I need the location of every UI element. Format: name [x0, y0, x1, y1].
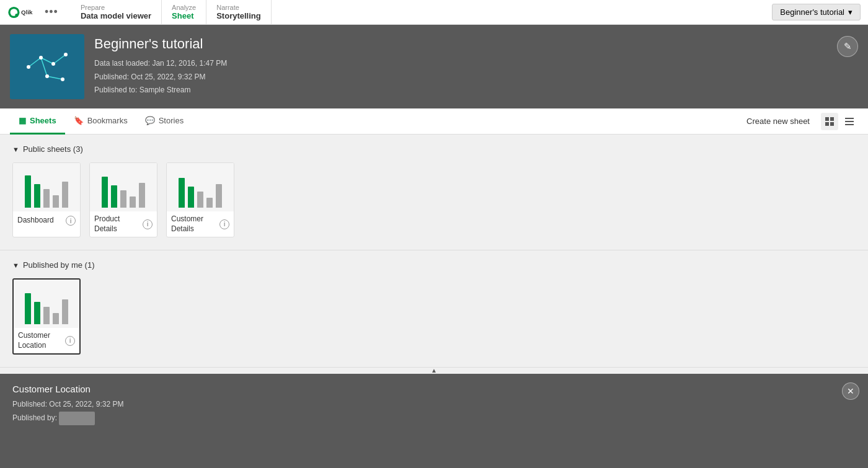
tooltip-close-button[interactable]: ✕ — [842, 382, 859, 400]
svg-rect-20 — [845, 121, 854, 122]
sheet-card-customer-details[interactable]: Customer Details i — [166, 162, 234, 237]
sheet-footer-product-details: Product Details i — [90, 211, 157, 237]
list-view-button[interactable] — [841, 113, 858, 130]
app-info: Beginner's tutorial Data last loaded: Ja… — [94, 36, 227, 97]
sheet-footer-dashboard: Dashboard i — [13, 211, 80, 230]
published-by-me-section: ▼ Published by me (1) Customer Location … — [0, 250, 868, 368]
customer-location-info-icon[interactable]: i — [65, 336, 75, 346]
svg-point-10 — [39, 56, 43, 60]
more-dots[interactable]: ••• — [45, 6, 58, 19]
tutorial-button[interactable]: Beginner's tutorial ▾ — [772, 4, 861, 20]
published-by-me-grid: Customer Location i — [12, 278, 856, 355]
app-header: Beginner's tutorial Data last loaded: Ja… — [0, 25, 868, 108]
svg-point-9 — [27, 65, 30, 69]
bar — [53, 195, 59, 208]
svg-line-6 — [53, 55, 66, 64]
bar — [25, 175, 31, 208]
bar — [25, 293, 31, 324]
svg-line-4 — [29, 58, 41, 67]
svg-point-13 — [45, 74, 49, 78]
tab-stories[interactable]: 💬 Stories — [136, 108, 192, 135]
published-by-me-header[interactable]: ▼ Published by me (1) — [12, 260, 856, 270]
bar — [188, 187, 194, 208]
bar — [111, 185, 117, 208]
svg-rect-19 — [845, 118, 854, 119]
nav-analyze[interactable]: Analyze Sheet — [162, 0, 206, 25]
tooltip-panel: Customer Location Published: Oct 25, 202… — [0, 374, 868, 435]
sheet-preview-customer-location — [14, 280, 79, 328]
tooltip-arrow: ▲ — [0, 368, 868, 374]
stories-icon: 💬 — [145, 116, 155, 125]
tooltip-spacer — [0, 435, 868, 468]
svg-rect-21 — [845, 124, 854, 125]
public-sheets-section: ▼ Public sheets (3) Dashboard i — [0, 135, 868, 250]
collapse-arrow-public: ▼ — [12, 146, 19, 153]
top-nav: Qlik ••• Prepare Data model viewer Analy… — [0, 0, 868, 25]
tooltip-published-by: Published by: — [12, 412, 856, 425]
tab-sheets[interactable]: ▦ Sheets — [10, 108, 65, 135]
bookmark-icon: 🔖 — [74, 116, 84, 125]
tab-bar: ▦ Sheets 🔖 Bookmarks 💬 Stories Create ne… — [0, 108, 868, 135]
svg-point-2 — [15, 13, 18, 16]
dashboard-info-icon[interactable]: i — [66, 216, 76, 226]
tooltip-meta: Published: Oct 25, 2022, 9:32 PM Publish… — [12, 398, 856, 425]
app-thumbnail — [10, 34, 84, 99]
sheet-footer-customer-details: Customer Details i — [167, 211, 234, 237]
tooltip-container: ▲ Customer Location Published: Oct 25, 2… — [0, 368, 868, 468]
main-content: ▼ Public sheets (3) Dashboard i — [0, 135, 868, 468]
svg-rect-18 — [830, 122, 834, 126]
tab-bookmarks[interactable]: 🔖 Bookmarks — [65, 108, 136, 135]
svg-point-14 — [61, 77, 64, 81]
collapse-arrow-published: ▼ — [12, 262, 19, 269]
sheet-preview-product-details — [90, 163, 157, 211]
bar — [139, 183, 145, 208]
sheet-card-dashboard[interactable]: Dashboard i — [12, 162, 81, 237]
svg-rect-15 — [825, 117, 829, 121]
published-date: Published: Oct 25, 2022, 9:32 PM — [94, 71, 227, 84]
product-details-info-icon[interactable]: i — [143, 219, 153, 229]
public-sheets-header[interactable]: ▼ Public sheets (3) — [12, 144, 856, 154]
sheet-card-product-details[interactable]: Product Details i — [89, 162, 157, 237]
app-meta: Data last loaded: Jan 12, 2016, 1:47 PM … — [94, 57, 227, 97]
sheets-icon: ▦ — [19, 116, 26, 125]
svg-line-8 — [47, 76, 63, 79]
nav-narrate[interactable]: Narrate Storytelling — [206, 0, 272, 25]
svg-point-11 — [51, 62, 55, 66]
bar — [34, 302, 40, 324]
qlik-logo: Qlik — [7, 4, 40, 21]
bar — [102, 177, 108, 208]
published-by-value — [59, 412, 94, 425]
svg-rect-16 — [830, 117, 834, 121]
grid-view-button[interactable] — [821, 113, 838, 130]
bar — [206, 198, 213, 208]
sheet-preview-customer-details — [167, 163, 234, 211]
nav-prepare[interactable]: Prepare Data model viewer — [71, 0, 162, 25]
app-title: Beginner's tutorial — [94, 36, 227, 52]
customer-details-info-icon[interactable]: i — [219, 219, 229, 229]
tooltip-published: Published: Oct 25, 2022, 9:32 PM — [12, 398, 856, 412]
bar — [34, 184, 40, 208]
bar — [62, 182, 68, 208]
create-new-sheet-button[interactable]: Create new sheet — [740, 113, 816, 130]
bar — [120, 190, 126, 208]
sheet-preview-dashboard — [13, 163, 80, 211]
bar — [43, 189, 50, 208]
data-loaded: Data last loaded: Jan 12, 2016, 1:47 PM — [94, 57, 227, 71]
edit-button[interactable]: ✎ — [837, 36, 858, 57]
bar — [43, 307, 50, 324]
sheet-footer-customer-location: Customer Location i — [14, 328, 79, 353]
svg-rect-17 — [825, 122, 829, 126]
svg-text:Qlik: Qlik — [21, 9, 33, 15]
sheet-card-customer-location[interactable]: Customer Location i — [12, 278, 81, 355]
bar — [179, 178, 185, 208]
public-sheets-grid: Dashboard i Product Details i — [12, 162, 856, 237]
svg-point-12 — [64, 53, 68, 56]
tooltip-title: Customer Location — [12, 384, 856, 394]
published-to: Published to: Sample Stream — [94, 84, 227, 97]
chevron-down-icon: ▾ — [848, 7, 852, 17]
bar — [216, 184, 222, 208]
bar — [197, 192, 203, 208]
bar — [62, 299, 68, 324]
bar — [130, 196, 136, 208]
bar — [53, 313, 59, 324]
